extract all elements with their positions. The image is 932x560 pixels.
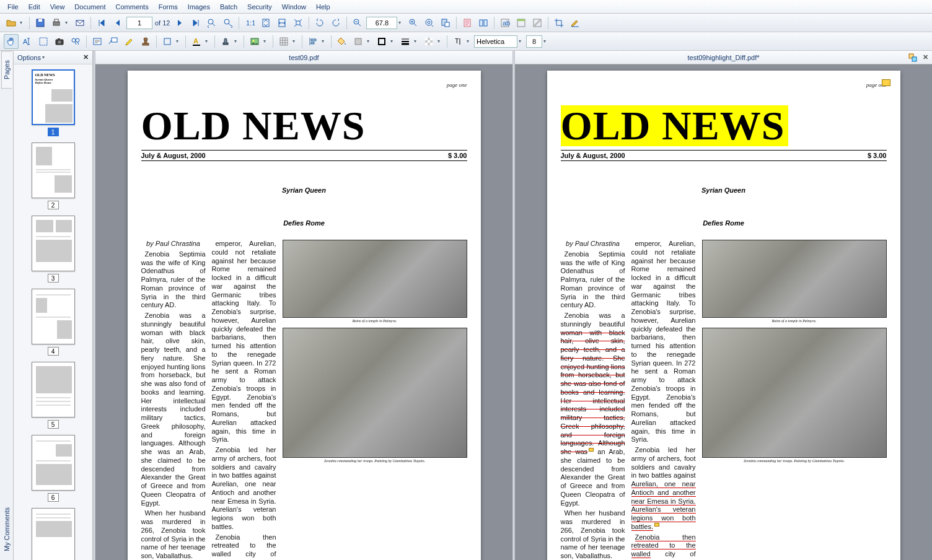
menu-batch[interactable]: Batch [215,1,242,12]
watermark-button[interactable] [530,15,545,30]
search-button[interactable] [68,34,83,49]
first-page-button[interactable] [94,15,109,30]
note-icon[interactable] [589,448,594,452]
zoom-out-button[interactable] [350,15,365,30]
rotate-cw-button[interactable] [328,15,343,30]
thumbnails-close-icon[interactable]: ✕ [83,53,89,61]
fill-color-button[interactable] [335,34,350,49]
document-close-icon[interactable]: ✕ [923,53,928,61]
menu-help[interactable]: Help [311,1,335,12]
ocr-button[interactable]: abc [498,15,512,30]
thumbnail-7[interactable]: 7 [31,508,76,560]
menu-images[interactable]: Images [183,1,215,12]
fit-page-button[interactable] [258,15,273,30]
thumbnails-list[interactable]: OLD NEWSSyrian QueenDefies Rome1 2 3 4 5… [14,64,92,560]
actual-size-button[interactable]: 1:1 [242,15,257,30]
open-button[interactable] [4,15,19,30]
menu-security[interactable]: Security [242,1,277,12]
zoom-input[interactable] [366,17,397,29]
shape-button[interactable] [160,34,175,49]
thumbnail-1[interactable]: OLD NEWSSyrian QueenDefies Rome1 [31,69,76,136]
menu-file[interactable]: File [2,1,24,12]
print-dropdown[interactable]: ▾ [65,20,71,25]
grid-button[interactable] [276,34,291,49]
save-button[interactable] [33,15,48,30]
next-page-button[interactable] [172,15,187,30]
image-dropdown[interactable]: ▾ [263,38,270,44]
font-color-button[interactable]: A [189,34,204,49]
thumbnails-options[interactable]: Options [17,54,41,61]
typewriter-dropdown[interactable]: ▾ [467,38,473,44]
menu-comments[interactable]: Comments [111,1,154,12]
select-area-button[interactable] [36,34,51,49]
opacity-dropdown[interactable]: ▾ [437,38,444,44]
rotate-ccw-button[interactable] [312,15,327,30]
menu-edit[interactable]: Edit [24,1,45,12]
menu-window[interactable]: Window [277,1,311,12]
menu-document[interactable]: Document [69,1,110,12]
note-icon[interactable] [882,79,890,86]
prev-page-button[interactable] [110,15,125,30]
fill-swatch[interactable] [351,34,366,49]
email-button[interactable] [73,15,87,30]
zoom-dropdown[interactable]: ▾ [398,20,405,25]
stamp-tool-button[interactable] [138,34,153,49]
line-width-button[interactable] [398,34,413,49]
font-family-select[interactable] [474,35,517,48]
shape-dropdown[interactable]: ▾ [176,38,182,44]
stamp-dropdown[interactable]: ▾ [234,38,240,44]
menu-forms[interactable]: Forms [154,1,183,12]
form-button[interactable] [460,15,475,30]
document-view-left[interactable]: page one OLD NEWS July & August, 2000$ 3… [95,64,512,560]
pan-zoom-button[interactable] [438,15,453,30]
fit-visible-button[interactable] [291,15,306,30]
document-view-right[interactable]: page one OLD NEWS July & August, 2000$ 3… [515,64,932,560]
thumbnail-6[interactable]: 6 [31,435,76,502]
border-swatch[interactable] [374,34,389,49]
next-view-button[interactable] [221,15,235,30]
side-tab-pages[interactable]: Pages [1,51,12,89]
headers-button[interactable] [514,15,529,30]
text-box-button[interactable] [90,34,105,49]
side-tab-comments[interactable]: My Comments [2,499,12,560]
image-button[interactable] [247,34,262,49]
snapshot-button[interactable] [52,34,67,49]
align-dropdown[interactable]: ▾ [322,38,328,44]
thumbnail-2[interactable]: 2 [31,142,76,209]
prev-view-button[interactable] [204,15,219,30]
grid-dropdown[interactable]: ▾ [292,38,299,44]
hand-tool-button[interactable] [4,34,19,49]
loupe-button[interactable] [422,15,437,30]
align-button[interactable] [306,34,320,49]
callout-button[interactable] [106,34,121,49]
open-dropdown[interactable]: ▾ [20,20,26,25]
zoom-in-button[interactable] [406,15,421,30]
note-icon[interactable] [654,523,659,527]
opacity-button[interactable] [421,34,436,49]
border-dropdown[interactable]: ▾ [390,38,397,44]
highlight-button[interactable] [122,34,137,49]
typewriter-button[interactable]: T [451,34,465,49]
fill-dropdown[interactable]: ▾ [367,38,373,44]
font-family-dropdown[interactable]: ▾ [519,38,525,44]
document-tab-left[interactable]: test09.pdf [95,51,512,64]
print-button[interactable] [49,15,64,30]
compare-button[interactable] [476,15,491,30]
font-color-dropdown[interactable]: ▾ [205,38,211,44]
thumbnail-5[interactable]: 5 [31,362,76,429]
crop-button[interactable] [552,15,566,30]
thumbnail-4[interactable]: 4 [31,289,76,356]
font-size-dropdown[interactable]: ▾ [543,38,550,44]
page-number-input[interactable] [126,17,152,29]
line-width-dropdown[interactable]: ▾ [414,38,420,44]
thumbnail-3[interactable]: 3 [31,216,76,282]
swap-icon[interactable] [908,53,917,62]
last-page-button[interactable] [188,15,203,30]
sign-button[interactable] [568,15,582,30]
document-tab-right[interactable]: test09highlight_Diff.pdf* ✕ [515,51,932,64]
fit-width-button[interactable] [275,15,289,30]
select-text-button[interactable]: A [20,34,35,49]
menu-view[interactable]: View [45,1,70,12]
thumbnails-options-dropdown[interactable]: ▾ [42,55,48,60]
font-size-select[interactable] [526,35,542,48]
